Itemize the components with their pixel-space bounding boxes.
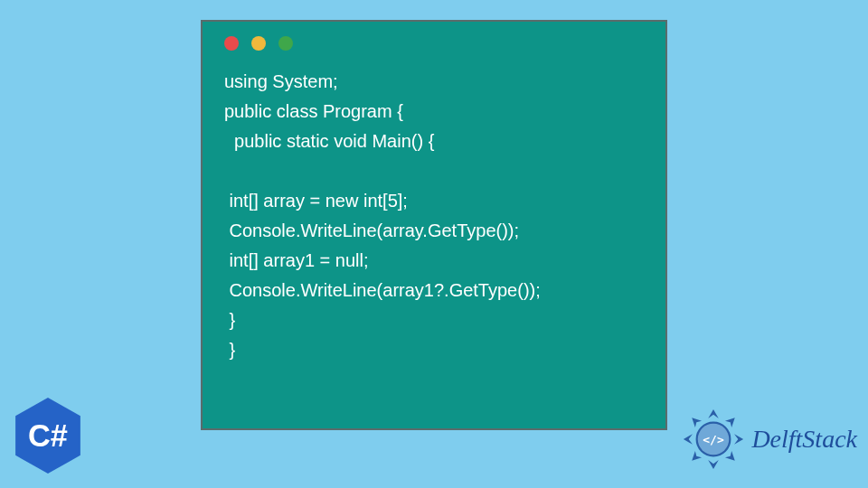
csharp-label: C# xyxy=(28,418,68,453)
svg-marker-1 xyxy=(709,409,720,418)
delftstack-label: DelftStack xyxy=(751,425,857,454)
maximize-icon xyxy=(278,36,293,51)
delftstack-brand: </> DelftStack xyxy=(681,407,857,472)
svg-marker-3 xyxy=(684,434,693,445)
code-block: using System; public class Program { pub… xyxy=(224,67,649,365)
csharp-badge-icon: C# xyxy=(13,396,83,475)
close-icon xyxy=(224,36,239,51)
delftstack-logo-icon: </> xyxy=(681,407,746,472)
svg-marker-6 xyxy=(725,418,735,427)
minimize-icon xyxy=(251,36,266,51)
svg-marker-8 xyxy=(725,451,735,461)
code-window: using System; public class Program { pub… xyxy=(201,20,667,430)
svg-marker-2 xyxy=(709,460,720,469)
svg-text:</>: </> xyxy=(703,433,725,446)
svg-marker-7 xyxy=(693,451,703,461)
svg-marker-4 xyxy=(734,434,743,445)
window-traffic-lights xyxy=(224,36,649,51)
svg-marker-5 xyxy=(693,418,703,427)
